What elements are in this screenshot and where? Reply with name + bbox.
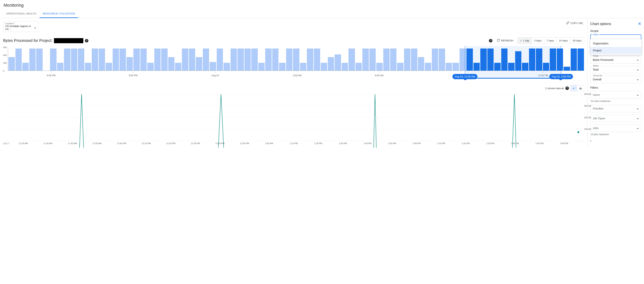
- copy-url-label: COPY URL: [570, 22, 583, 25]
- chart-view-toggle: [570, 85, 584, 91]
- span-option-project[interactable]: Project: [590, 47, 641, 54]
- filters-heading: Filters: [590, 86, 641, 89]
- chevron-down-icon: [34, 26, 36, 29]
- overview-bar: [50, 48, 56, 70]
- overview-bar: [251, 48, 258, 70]
- priorities-placeholder: Priorities: [593, 107, 603, 110]
- brush-start-label: Aug 24, 11:05 AM: [452, 74, 478, 79]
- line-view-button[interactable]: [571, 85, 577, 91]
- overview-bar: [370, 48, 376, 70]
- brush-end-label: Aug 24, 3:05 PM: [549, 74, 573, 79]
- span-option-organization[interactable]: Organization: [590, 40, 641, 47]
- overview-bar: [224, 63, 230, 70]
- jobtypes-filter[interactable]: Job Types: [590, 114, 641, 122]
- span-label: Span: [592, 33, 599, 36]
- overview-chart[interactable]: 600 400 200 0 Aug 24, 11:05 AM Aug: [3, 47, 584, 77]
- range-1day[interactable]: 1 day: [518, 38, 532, 44]
- help-icon[interactable]: ?: [489, 39, 492, 42]
- location-select[interactable]: Location * US (multiple regions in Un…: [3, 21, 38, 32]
- overview-bar: [203, 48, 209, 70]
- chevron-down-icon: [637, 126, 639, 130]
- overview-bar: [376, 63, 382, 70]
- svg-rect-2: [581, 88, 582, 90]
- jobs-filter[interactable]: Jobs: [590, 124, 641, 132]
- overview-bar: [230, 48, 237, 70]
- close-panel-button[interactable]: ✕: [638, 21, 641, 26]
- chevron-down-icon: [637, 93, 639, 96]
- range-7days[interactable]: 7 days: [544, 38, 556, 44]
- overview-bar: [57, 63, 63, 70]
- time-range-group: 1 day 3 days 7 days 14 days 30 days: [518, 37, 584, 44]
- overview-bar: [529, 48, 535, 70]
- chart-options-panel: Chart options ✕ Scope Span Organization …: [587, 18, 644, 148]
- overview-bar: [134, 48, 140, 70]
- overview-bar: [175, 63, 181, 70]
- range-3days[interactable]: 3 days: [532, 38, 544, 44]
- overview-bar: [356, 63, 362, 70]
- overview-bar: [99, 48, 105, 70]
- overview-bar: [480, 48, 486, 70]
- overview-bar: [168, 57, 174, 70]
- overview-bar: [8, 57, 15, 70]
- scope-heading: Scope: [590, 29, 641, 32]
- overview-bar: [452, 63, 459, 70]
- overview-bar: [189, 48, 195, 70]
- chart-select[interactable]: Chart Bytes Processed: [590, 56, 641, 64]
- overview-bar: [487, 48, 494, 70]
- series-end-marker: [578, 132, 579, 133]
- overview-bar: [300, 63, 306, 70]
- overview-bar: [16, 48, 22, 70]
- detail-chart[interactable]: UTC-7 0100GiB200GiB300GiB400GiB 11:20 AM…: [3, 94, 584, 144]
- bar-view-button[interactable]: [577, 85, 584, 91]
- overview-bar: [557, 48, 563, 70]
- help-icon[interactable]: ?: [566, 86, 569, 90]
- metric-select[interactable]: Metric Total: [590, 66, 641, 73]
- overview-bar: [432, 48, 438, 70]
- overview-bar: [92, 48, 98, 70]
- jobs-placeholder: Jobs: [593, 126, 599, 130]
- overview-bar: [126, 57, 133, 70]
- overview-bar: [334, 54, 341, 70]
- overview-bar: [397, 63, 403, 70]
- copy-url-button[interactable]: COPY URL: [566, 21, 584, 25]
- span-select[interactable]: Span Organization Project: [590, 34, 641, 43]
- overview-bar: [238, 48, 244, 70]
- refresh-button[interactable]: REFRESH: [495, 38, 515, 44]
- chevron-down-icon: [637, 58, 639, 62]
- location-value: US (multiple regions in Un…: [5, 25, 34, 30]
- overview-bar: [550, 48, 556, 70]
- refresh-label: REFRESH: [501, 39, 513, 42]
- chevron-down-icon: [637, 107, 639, 110]
- overview-bar: [515, 51, 522, 70]
- tab-resource-utilization[interactable]: RESOURCE UTILIZATION: [40, 10, 78, 18]
- group-by-select[interactable]: Group by Overall: [590, 76, 641, 83]
- help-icon[interactable]: ?: [85, 39, 88, 42]
- overview-bar: [265, 48, 272, 70]
- overview-bar: [314, 48, 320, 70]
- overview-bar: [106, 63, 112, 70]
- users-filter[interactable]: Users: [590, 91, 641, 98]
- overview-bar: [425, 63, 431, 70]
- overview-bar: [293, 48, 299, 70]
- overview-bar: [571, 48, 577, 70]
- overview-bar: [36, 48, 42, 70]
- location-label: Location *: [5, 22, 36, 25]
- range-14days[interactable]: 14 days: [556, 38, 570, 44]
- overview-bar: [85, 63, 91, 70]
- overview-bar: [120, 48, 126, 70]
- overview-bar: [182, 48, 188, 70]
- overview-bar: [543, 63, 549, 70]
- overview-y-axis: 600 400 200 0: [3, 47, 8, 71]
- priorities-filter[interactable]: Priorities: [590, 105, 641, 112]
- overview-bar: [383, 48, 390, 70]
- users-placeholder: Users: [593, 93, 600, 96]
- overview-bar: [217, 48, 223, 70]
- overview-bar: [272, 48, 278, 70]
- tab-operational-health[interactable]: OPERATIONAL HEALTH: [3, 10, 40, 18]
- overview-bar: [494, 63, 500, 70]
- range-30days[interactable]: 30 days: [570, 38, 584, 44]
- overview-bar: [321, 63, 327, 70]
- overview-bar: [286, 48, 292, 70]
- overview-bar: [578, 48, 584, 70]
- overview-bar: [411, 48, 417, 70]
